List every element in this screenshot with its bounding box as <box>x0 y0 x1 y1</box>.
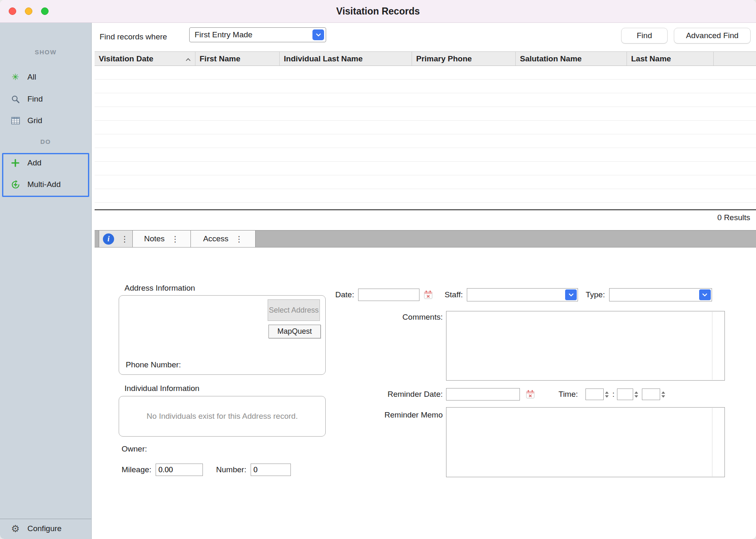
column-header-first-name[interactable]: First Name <box>195 52 280 66</box>
sort-ascending-icon <box>185 54 191 63</box>
reminder-memo-textarea[interactable] <box>446 408 724 477</box>
advanced-find-button-label: Advanced Find <box>686 31 739 40</box>
gear-icon: ⚙ <box>10 523 21 534</box>
calendar-icon[interactable] <box>423 289 434 300</box>
reminder-memo-field-container <box>446 407 725 477</box>
number-label: Number: <box>216 465 246 474</box>
mapquest-button[interactable]: MapQuest <box>268 325 321 338</box>
phone-number-label: Phone Number: <box>126 360 181 369</box>
info-icon: i <box>103 233 114 245</box>
sidebar-do-header: DO <box>0 138 91 145</box>
find-records-where-label: Find records where <box>100 32 167 41</box>
sidebar-item-grid-label: Grid <box>27 116 42 125</box>
sidebar: SHOW ✳ All Find Grid DO Add <box>0 23 92 539</box>
table-body-empty <box>95 66 756 209</box>
tab-access[interactable]: Access ⋮ <box>191 231 256 247</box>
reminder-date-input[interactable] <box>446 388 520 401</box>
time-separator: : <box>612 390 615 399</box>
zoom-window-button[interactable] <box>41 7 49 15</box>
owner-label: Owner: <box>122 444 147 454</box>
sidebar-item-all[interactable]: ✳ All <box>0 69 91 85</box>
calendar-icon[interactable] <box>525 389 536 400</box>
tab-menu-icon[interactable]: ⋮ <box>121 234 129 244</box>
number-input[interactable] <box>251 464 291 476</box>
tab-notes[interactable]: Notes ⋮ <box>133 231 191 247</box>
traffic-lights <box>9 7 49 15</box>
sidebar-item-all-label: All <box>27 73 36 82</box>
advanced-find-button[interactable]: Advanced Find <box>674 28 751 44</box>
grid-icon <box>10 117 21 124</box>
sidebar-divider <box>0 519 91 519</box>
tab-strip: i ⋮ Notes ⋮ Access ⋮ <box>95 230 756 248</box>
find-criteria-dropdown[interactable]: First Entry Made <box>189 27 326 42</box>
stepper-icon[interactable] <box>661 391 666 398</box>
sidebar-item-add-label: Add <box>27 158 41 168</box>
date-label: Date: <box>335 290 354 299</box>
visitation-records-window: Visitation Records SHOW ✳ All Find Grid … <box>0 0 756 539</box>
find-criteria-value: First Entry Made <box>195 30 252 39</box>
address-information-box: Select Address MapQuest Phone Number: <box>119 295 326 375</box>
tab-menu-icon[interactable]: ⋮ <box>235 234 243 244</box>
tab-menu-icon[interactable]: ⋮ <box>171 234 179 244</box>
plus-icon <box>10 159 21 167</box>
sidebar-item-configure-label: Configure <box>27 524 61 533</box>
sidebar-item-multi-add-label: Multi-Add <box>27 180 61 189</box>
titlebar: Visitation Records <box>0 0 756 23</box>
mileage-label: Mileage: <box>122 465 151 474</box>
time-label: Time: <box>558 390 578 399</box>
type-label: Type: <box>585 290 605 299</box>
column-header-individual-last-name[interactable]: Individual Last Name <box>280 52 412 66</box>
close-window-button[interactable] <box>9 7 16 15</box>
stepper-icon[interactable] <box>605 391 609 398</box>
time-minute-input[interactable] <box>617 388 633 400</box>
multi-add-icon <box>10 180 21 189</box>
comments-textarea[interactable] <box>446 311 724 380</box>
reminder-memo-label: Reminder Memo <box>341 410 443 420</box>
mileage-input[interactable] <box>156 464 203 476</box>
sidebar-item-add[interactable]: Add <box>0 155 91 171</box>
tab-info[interactable]: i ⋮ <box>99 231 133 247</box>
sidebar-item-find[interactable]: Find <box>0 91 91 107</box>
column-header-visitation-date[interactable]: Visitation Date <box>95 52 195 66</box>
column-header-primary-phone[interactable]: Primary Phone <box>412 52 516 66</box>
minimize-window-button[interactable] <box>25 7 32 15</box>
sidebar-item-multi-add[interactable]: Multi-Add <box>0 176 91 193</box>
sidebar-item-configure[interactable]: ⚙ Configure <box>0 520 91 537</box>
individual-information-title: Individual Information <box>124 384 200 393</box>
time-ampm-input[interactable] <box>642 388 660 400</box>
reminder-date-label: Reminder Date: <box>341 390 443 399</box>
type-dropdown[interactable] <box>609 288 712 301</box>
find-button-label: Find <box>637 31 652 40</box>
comments-field-container <box>446 311 725 381</box>
sidebar-show-header: SHOW <box>0 49 91 56</box>
staff-dropdown[interactable] <box>467 288 578 301</box>
sidebar-item-find-label: Find <box>27 95 43 104</box>
search-icon <box>10 95 21 104</box>
column-header-last-name[interactable]: Last Name <box>627 52 714 66</box>
date-input[interactable] <box>358 289 419 301</box>
asterisk-icon: ✳ <box>10 72 21 82</box>
stepper-icon[interactable] <box>634 391 639 398</box>
no-individuals-message: No Individuals exist for this Address re… <box>119 396 326 437</box>
find-button[interactable]: Find <box>621 28 668 44</box>
column-header-spacer <box>714 52 756 66</box>
select-address-button[interactable]: Select Address <box>268 299 320 321</box>
chevron-down-icon <box>312 29 324 40</box>
address-information-title: Address Information <box>124 284 195 293</box>
staff-label: Staff: <box>444 290 463 299</box>
tab-notes-label: Notes <box>144 234 165 243</box>
comments-label: Comments: <box>341 313 443 322</box>
table-bottom-divider <box>95 209 756 210</box>
column-header-salutation-name[interactable]: Salutation Name <box>516 52 627 66</box>
tab-access-label: Access <box>203 234 228 243</box>
results-count: 0 Results <box>95 213 750 222</box>
window-title: Visitation Records <box>0 0 756 22</box>
time-hour-input[interactable] <box>585 388 604 400</box>
table-header-row: Visitation Date First Name Individual La… <box>95 51 756 66</box>
chevron-down-icon <box>565 289 577 300</box>
chevron-down-icon <box>699 289 711 300</box>
sidebar-item-grid[interactable]: Grid <box>0 112 91 129</box>
